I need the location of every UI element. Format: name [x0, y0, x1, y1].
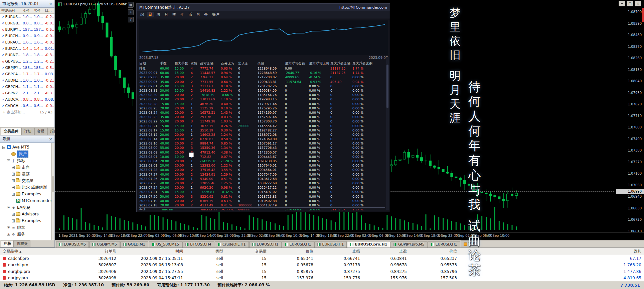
quote-row[interactable]: ↗EURNZ...1.8...1.8...-0.3...: [0, 52, 54, 58]
quote-row[interactable]: ↗GBPCH...1.1...1.1...-0.0...: [0, 84, 54, 90]
mtc-tool-备[interactable]: 备: [202, 12, 209, 17]
chart-tab[interactable]: EURUSD.pro,H1: [347, 241, 390, 248]
chart-tab[interactable]: CrudeOIL,H1: [215, 241, 249, 248]
market-watch-tab[interactable]: 交易品种: [1, 128, 21, 135]
crosshair-icon[interactable]: +: [128, 9, 134, 15]
mtc-tool-周[interactable]: 周: [155, 12, 162, 17]
quote-row[interactable]: ↗EURCA...1.4...1.4...0.01...: [0, 45, 54, 52]
expand-icon[interactable]: −: [7, 159, 10, 162]
expand-icon[interactable]: −: [7, 206, 10, 209]
orders-column-header[interactable]: 止损: [313, 249, 360, 254]
quote-row[interactable]: ↗CADCH...0.6...0.6...-0.0...: [0, 103, 54, 109]
tree-item[interactable]: −ƒ指标: [0, 157, 51, 164]
quote-row[interactable]: ↗EURGB...0.8...0.8...-0.0...: [0, 20, 54, 26]
mtc-tool-年[interactable]: 年: [179, 12, 186, 17]
navigator-scrollbar[interactable]: [51, 143, 54, 240]
mtc-tool-月[interactable]: 月: [163, 12, 170, 17]
tree-item[interactable]: +走向: [0, 164, 51, 171]
orders-column-header[interactable]: 时间: [116, 249, 183, 254]
quote-row[interactable]: ↘GBPUS...1.2...1.2...-0.2...: [0, 58, 54, 65]
mtc-tool-综[interactable]: 综: [139, 12, 146, 17]
quote-row[interactable]: ↗GBPCA...1.7...1.7...0.03...: [0, 71, 54, 77]
order-row[interactable]: eurgbp.pro30264062023.09.07 15:27:55sell…: [0, 268, 644, 275]
minimize-button[interactable]: ─: [619, 1, 625, 6]
chart-tab[interactable]: GBPJPY.pro,M5: [390, 241, 427, 248]
expand-icon[interactable]: +: [12, 213, 15, 216]
expand-icon[interactable]: +: [12, 186, 15, 189]
tree-item[interactable]: +Examples: [0, 217, 51, 224]
expand-icon[interactable]: +: [12, 219, 15, 222]
chart-tab[interactable]: 市场: [461, 240, 479, 248]
quote-row[interactable]: ↗GBPJPY...183...183...-0.5...: [0, 65, 54, 71]
tree-item[interactable]: 账户: [0, 151, 51, 157]
chart-tab[interactable]: EURUSD,H1: [314, 241, 347, 248]
quote-row[interactable]: ↘EURJPY...157...157...-0.5...: [0, 26, 54, 33]
expand-icon[interactable]: +: [12, 173, 15, 176]
expand-icon[interactable]: +: [7, 226, 10, 229]
market-watch-tab[interactable]: 详细: [21, 128, 34, 135]
quote-row[interactable]: ↗EURAU...1.6...1.6...-0.0...: [0, 39, 54, 45]
navigator-titlebar[interactable]: 导航 ×: [0, 135, 54, 143]
time-axis[interactable]: 1 Sep 20231 Sep 10:001 Sep 14:001 Sep 18…: [55, 232, 644, 239]
order-row[interactable]: eurchf.pro30263072023.09.06 15:13:08sell…: [0, 262, 644, 269]
help-icon[interactable]: ?: [128, 17, 134, 22]
mtc-scrollbar[interactable]: [386, 57, 389, 210]
quote-row[interactable]: ↗AUDNZ...1.0...1.0...-0.2...: [0, 77, 54, 84]
expand-icon[interactable]: +: [7, 233, 10, 236]
mtc-tool-日[interactable]: 日: [147, 12, 154, 17]
navigator-tab[interactable]: 收藏夹: [14, 240, 30, 247]
navigator-tab[interactable]: 注释: [1, 240, 14, 247]
tree-item[interactable]: +比尔·威廉姆斯: [0, 184, 51, 191]
close-button[interactable]: ×: [635, 1, 641, 6]
expand-icon[interactable]: −: [2, 146, 5, 149]
add-symbol-row[interactable]: + 点击添加... 15 / 43: [0, 109, 54, 115]
chart-tab[interactable]: EURUSD,H1: [282, 241, 314, 248]
tree-item[interactable]: +≡脚本: [0, 224, 51, 231]
mtc-tool-币[interactable]: 币: [187, 12, 194, 17]
tree-item[interactable]: +⚙服务: [0, 231, 51, 237]
orders-column-header[interactable]: 价位: [267, 249, 313, 254]
mtc-tool-账户[interactable]: 账户: [210, 12, 221, 17]
orders-column-header[interactable]: 止盈: [360, 249, 407, 254]
price-scale[interactable]: 1.06990 1.087001.085901.084801.083701.08…: [615, 0, 644, 232]
mtc-url-link[interactable]: http://MTCommander.com: [339, 5, 387, 10]
add-symbol-label[interactable]: 点击添加...: [7, 110, 25, 115]
quote-row[interactable]: ↗EURUS...1.0...1.0...-0.2...: [0, 14, 54, 20]
quote-row[interactable]: ↗AUDCA...0.8...0.8...0.08...: [0, 96, 54, 103]
mtc-tool-季[interactable]: 季: [171, 12, 178, 17]
expand-icon[interactable]: +: [12, 193, 15, 196]
tree-item[interactable]: −AAva MT5: [0, 144, 51, 151]
chart-tab[interactable]: EURUSD,H1: [249, 241, 282, 248]
orders-column-header[interactable]: 盈利: [457, 249, 641, 254]
chart-tab[interactable]: EURUSD,M5: [56, 241, 89, 248]
orders-column-header[interactable]: 类型: [183, 249, 223, 254]
chart-tab[interactable]: USDJPY,M5: [89, 241, 120, 248]
expand-icon[interactable]: +: [12, 166, 15, 169]
market-watch-titlebar[interactable]: 市场报价: 16:20:01 ×: [0, 0, 54, 8]
tree-item[interactable]: +震荡: [0, 171, 51, 177]
orders-column-header[interactable]: 交易品种▲: [3, 249, 66, 254]
tree-item[interactable]: MMTCommander盈利: [0, 197, 51, 204]
orders-column-header[interactable]: 价位: [407, 249, 457, 254]
tree-item[interactable]: +交易量: [0, 177, 51, 184]
chart-tab[interactable]: US_500,M15: [149, 241, 182, 248]
quote-row[interactable]: ↘GBPNZ...2.1...2.1...-0.3...: [0, 90, 54, 96]
scrollbar-thumb[interactable]: [52, 176, 54, 192]
order-row[interactable]: cadchf.pro30264122023.09.07 15:35:11sell…: [0, 255, 644, 262]
tree-item[interactable]: +Advisors: [0, 211, 51, 217]
close-icon[interactable]: ×: [49, 137, 52, 141]
market-watch-tab[interactable]: 交易: [34, 128, 47, 135]
scrollbar-thumb[interactable]: [386, 65, 388, 108]
close-icon[interactable]: ×: [49, 2, 52, 6]
chart-tab[interactable]: BTCUSD,H4: [182, 241, 214, 248]
chart-tab[interactable]: GOLD,M1: [120, 241, 148, 248]
tree-item[interactable]: +Examples: [0, 191, 51, 197]
expand-icon[interactable]: +: [12, 179, 15, 182]
chart-tab[interactable]: EURUSD,H1: [428, 241, 460, 248]
mtc-tool-M[interactable]: M: [195, 12, 201, 17]
restore-button[interactable]: □: [627, 1, 633, 6]
chart-objects-icon[interactable]: ▦: [128, 2, 134, 8]
orders-column-header[interactable]: 交易量: [223, 249, 267, 254]
tree-item[interactable]: −◆EA交易: [0, 204, 51, 211]
orders-column-header[interactable]: 订单号: [66, 249, 116, 254]
